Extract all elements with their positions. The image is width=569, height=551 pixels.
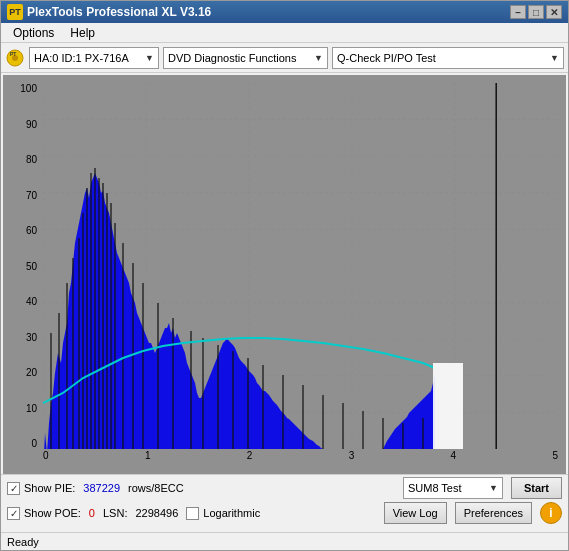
start-button[interactable]: Start xyxy=(511,477,562,499)
show-pie-label: Show PIE: xyxy=(7,482,75,495)
toolbar: PT HA:0 ID:1 PX-716A ▼ DVD Diagnostic Fu… xyxy=(1,43,568,73)
info-button[interactable]: i xyxy=(540,502,562,524)
menu-options[interactable]: Options xyxy=(5,24,62,42)
maximize-button[interactable]: □ xyxy=(528,5,544,19)
logarithmic-checkbox[interactable] xyxy=(186,507,199,520)
sum-dropdown-arrow: ▼ xyxy=(481,483,498,493)
app-icon: PT xyxy=(7,4,23,20)
show-poe-label: Show POE: xyxy=(7,507,81,520)
window-title: PlexTools Professional XL V3.16 xyxy=(27,5,510,19)
status-text: Ready xyxy=(7,536,39,548)
show-poe-checkbox[interactable] xyxy=(7,507,20,520)
chart-area: 100 90 80 70 60 50 40 30 20 10 0 xyxy=(3,75,566,474)
lsn-label: LSN: xyxy=(103,507,127,519)
window-controls: – □ ✕ xyxy=(510,5,562,19)
close-button[interactable]: ✕ xyxy=(546,5,562,19)
drive-icon: PT xyxy=(5,48,25,68)
drive-dropdown-arrow: ▼ xyxy=(137,53,154,63)
menu-help[interactable]: Help xyxy=(62,24,103,42)
bottom-row-1: Show PIE: 387229 rows/8ECC SUM8 Test ▼ S… xyxy=(7,477,562,499)
menu-bar: Options Help xyxy=(1,23,568,43)
lsn-value: 2298496 xyxy=(135,507,178,519)
view-log-button[interactable]: View Log xyxy=(384,502,447,524)
svg-marker-21 xyxy=(43,173,435,449)
rows-label: rows/8ECC xyxy=(128,482,184,494)
test-dropdown-arrow: ▼ xyxy=(542,53,559,63)
svg-text:PT: PT xyxy=(10,51,16,57)
test-dropdown[interactable]: Q-Check PI/PO Test ▼ xyxy=(332,47,564,69)
bottom-row-2: Show POE: 0 LSN: 2298496 Logarithmic Vie… xyxy=(7,502,562,524)
main-window: PT PlexTools Professional XL V3.16 – □ ✕… xyxy=(0,0,569,551)
drive-dropdown[interactable]: HA:0 ID:1 PX-716A ▼ xyxy=(29,47,159,69)
chart-svg xyxy=(43,83,558,449)
bottom-bar: Show PIE: 387229 rows/8ECC SUM8 Test ▼ S… xyxy=(1,474,568,532)
y-axis: 100 90 80 70 60 50 40 30 20 10 0 xyxy=(3,83,41,449)
title-bar: PT PlexTools Professional XL V3.16 – □ ✕ xyxy=(1,1,568,23)
show-pie-checkbox[interactable] xyxy=(7,482,20,495)
poe-value: 0 xyxy=(89,507,95,519)
sum-test-dropdown[interactable]: SUM8 Test ▼ xyxy=(403,477,503,499)
status-bar: Ready xyxy=(1,532,568,550)
preferences-button[interactable]: Preferences xyxy=(455,502,532,524)
svg-rect-55 xyxy=(433,363,463,449)
minimize-button[interactable]: – xyxy=(510,5,526,19)
pie-value: 387229 xyxy=(83,482,120,494)
function-dropdown-arrow: ▼ xyxy=(306,53,323,63)
function-dropdown[interactable]: DVD Diagnostic Functions ▼ xyxy=(163,47,328,69)
x-axis: 0 1 2 3 4 5 xyxy=(43,450,558,468)
logarithmic-label: Logarithmic xyxy=(186,507,260,520)
